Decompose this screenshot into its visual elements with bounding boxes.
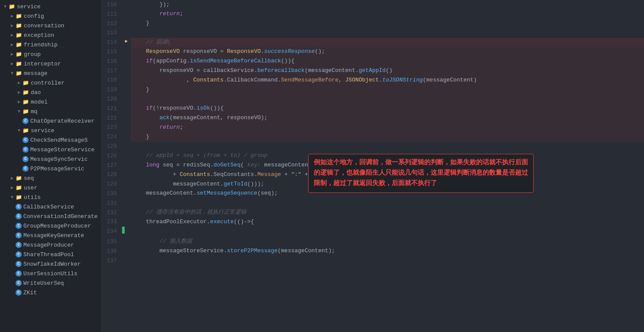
line-number: 132 — [100, 208, 122, 218]
line-gutter — [122, 256, 131, 266]
sidebar-item-mq[interactable]: ▼📁mq — [0, 107, 100, 116]
folder-icon: 📁 — [23, 80, 29, 86]
tree-label: ShareThreadPool — [23, 251, 74, 258]
code-editor[interactable]: 110 });111 return;112 }113 114▶ // 回调|11… — [100, 0, 644, 332]
sidebar-item-ZKit[interactable]: CZKit — [0, 288, 100, 297]
code-content: ack(messageContent, responseVO); — [131, 114, 644, 123]
tree-label: MessageSyncServic — [30, 156, 88, 163]
line-number: 115 — [100, 47, 122, 57]
sidebar-item-MessageStoreService[interactable]: CMessageStoreService — [0, 145, 100, 154]
sidebar-item-GroupMessageProducer[interactable]: CGroupMessageProducer — [0, 221, 100, 231]
sidebar-item-controller[interactable]: ▶📁controller — [0, 78, 100, 88]
line-gutter — [122, 10, 131, 19]
sidebar-item-model[interactable]: ▶📁model — [0, 97, 100, 107]
line-gutter — [122, 199, 131, 208]
folder-icon: 📁 — [16, 13, 22, 20]
code-content — [131, 227, 644, 237]
tree-arrow: ▶ — [9, 176, 16, 181]
sidebar-item-ConversationIdGenerate[interactable]: CConversationIdGenerate — [0, 212, 100, 221]
sidebar-item-user[interactable]: ▶📁user — [0, 183, 100, 192]
sidebar-item-message[interactable]: ▼📁message — [0, 68, 100, 78]
tree-arrow: ▼ — [16, 128, 23, 133]
folder-icon: 📁 — [16, 61, 22, 67]
line-gutter — [122, 227, 131, 237]
sidebar-item-service-root[interactable]: ▼📁service — [0, 2, 100, 11]
class-icon: C — [23, 137, 29, 143]
sidebar-item-WriteUserSeq[interactable]: CWriteUserSeq — [0, 278, 100, 288]
line-gutter — [122, 28, 131, 38]
line-gutter — [122, 123, 131, 132]
sidebar-item-UserSessionUtils[interactable]: CUserSessionUtils — [0, 269, 100, 278]
sidebar-item-group[interactable]: ▶📁group — [0, 49, 100, 59]
line-gutter — [122, 114, 131, 123]
code-line: 133 threadPoolExecutor.execute(()->{ — [100, 217, 644, 227]
tree-label: ZKit — [23, 290, 37, 296]
tree-arrow: ▶ — [9, 42, 16, 47]
sidebar-item-P2PMessageServic[interactable]: CP2PMessageServic — [0, 164, 100, 173]
code-line: 111 return; — [100, 10, 644, 19]
sidebar-item-conversation[interactable]: ▶📁conversation — [0, 21, 100, 30]
tree-label: exception — [24, 32, 54, 39]
sidebar-item-interceptor[interactable]: ▶📁interceptor — [0, 59, 100, 68]
tree-label: controller — [31, 80, 64, 86]
sidebar-item-ChatOperateReceiver[interactable]: CChatOperateReceiver — [0, 116, 100, 126]
tree-arrow: ▼ — [9, 71, 16, 76]
line-gutter — [122, 208, 131, 218]
sidebar-item-service-inner[interactable]: ▼📁service — [0, 126, 100, 135]
tree-label: UserSessionUtils — [23, 270, 77, 277]
tree-arrow: ▶ — [9, 61, 16, 66]
line-number: 124 — [100, 132, 122, 142]
line-gutter — [122, 104, 131, 114]
folder-icon: 📁 — [23, 108, 29, 115]
class-icon: C — [23, 156, 29, 162]
tree-arrow: ▶ — [16, 99, 23, 104]
folder-icon: 📁 — [16, 32, 22, 39]
sidebar-item-seq[interactable]: ▶📁seq — [0, 173, 100, 183]
tree-label: conversation — [24, 23, 64, 29]
line-number: 117 — [100, 66, 122, 76]
sidebar-item-utils[interactable]: ▼📁utils — [0, 192, 100, 202]
sidebar-item-MessageSyncServic[interactable]: CMessageSyncServic — [0, 154, 100, 164]
line-number: 134 — [100, 227, 122, 237]
line-number: 122 — [100, 114, 122, 123]
sidebar-item-SnowflakeIdWorker[interactable]: CSnowflakeIdWorker — [0, 259, 100, 269]
line-gutter — [122, 217, 131, 227]
tree-label: mq — [31, 108, 38, 115]
tree-label: ChatOperateReceiver — [30, 118, 94, 124]
sidebar-item-exception[interactable]: ▶📁exception — [0, 30, 100, 40]
code-line: 124 } — [100, 132, 644, 142]
sidebar-item-MessageKeyGenerate[interactable]: CMessageKeyGenerate — [0, 231, 100, 240]
line-number: 126 — [100, 151, 122, 161]
line-gutter — [122, 94, 131, 104]
sidebar-item-CheckSendMessageS[interactable]: CCheckSendMessageS — [0, 135, 100, 145]
code-line: 125 — [100, 142, 644, 151]
tree-arrow: ▶ — [9, 13, 16, 19]
sidebar-item-config[interactable]: ▶📁config — [0, 11, 100, 21]
folder-icon: 📁 — [16, 70, 22, 77]
code-content: if(!responseVO.isOk()){ — [131, 104, 644, 114]
tree-label: config — [24, 13, 44, 20]
sidebar-item-dao[interactable]: ▶📁dao — [0, 88, 100, 97]
code-content — [131, 142, 644, 151]
code-content: // 插入数据 — [131, 237, 644, 247]
sidebar-item-ShareThreadPool[interactable]: CShareThreadPool — [0, 250, 100, 259]
code-line: 118 , Constants.CallbackCommand.SendMess… — [100, 75, 644, 85]
code-line: 135 // 插入数据 — [100, 237, 644, 247]
sidebar-item-friendship[interactable]: ▶📁friendship — [0, 40, 100, 49]
line-number: 129 — [100, 179, 122, 189]
line-gutter — [122, 47, 131, 57]
sidebar-item-MessageProducer[interactable]: CMessageProducer — [0, 240, 100, 250]
code-line: 132 // 缓存没有命中的话，就执行正常逻辑 — [100, 208, 644, 218]
code-line: 114▶ // 回调| — [100, 38, 644, 47]
code-line: 134 — [100, 227, 644, 237]
code-content — [131, 199, 644, 208]
line-number: 120 — [100, 94, 122, 104]
sidebar-item-CallbackService[interactable]: CCallbackService — [0, 202, 100, 212]
code-line: 120 — [100, 94, 644, 104]
code-content: } — [131, 19, 644, 29]
line-gutter — [122, 151, 131, 161]
line-gutter — [122, 161, 131, 170]
line-number: 130 — [100, 189, 122, 199]
code-line: 116 if(appConfig.isSendMessageBeforeCall… — [100, 57, 644, 66]
line-number: 123 — [100, 123, 122, 132]
